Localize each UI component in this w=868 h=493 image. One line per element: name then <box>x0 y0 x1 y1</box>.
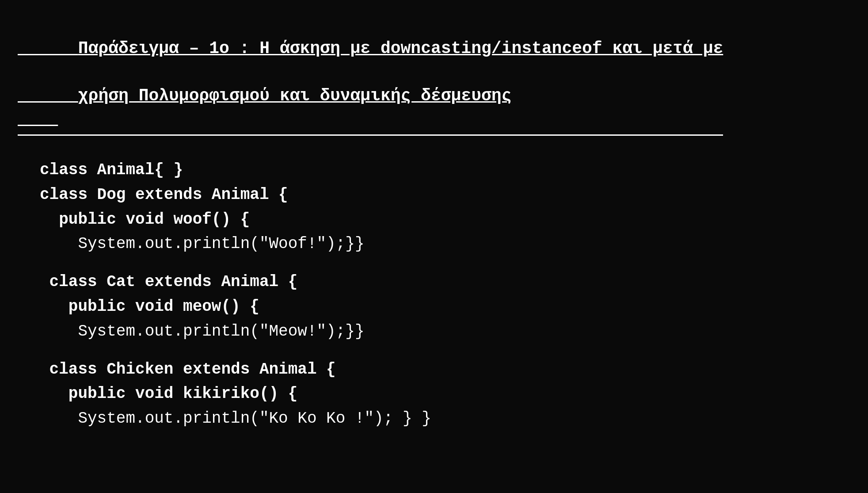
title-line1: Παράδειγμα – 1ο : Η άσκηση με downcastin… <box>78 39 723 58</box>
gap2 <box>40 344 850 357</box>
code-line-dog-class: class Dog extends Animal { <box>40 183 850 207</box>
code-line-kikiriko-body: System.out.println("Ko Ko Ko !"); } } <box>40 406 850 431</box>
code-line-kikiriko-sig: public void kikiriko() { <box>40 382 850 406</box>
code-line-cat-class: class Cat extends Animal { <box>40 270 850 294</box>
code-line-animal: class Animal{ } <box>40 158 850 183</box>
code-line-woof-sig: public void woof() { <box>40 207 850 232</box>
code-line-chicken-class: class Chicken extends Animal { <box>40 357 850 382</box>
page-title: Παράδειγμα – 1ο : Η άσκηση με downcastin… <box>18 13 723 131</box>
code-block: class Animal{ } class Dog extends Animal… <box>18 158 850 431</box>
page-container: Παράδειγμα – 1ο : Η άσκηση με downcastin… <box>0 0 868 493</box>
code-line-woof-body: System.out.println("Woof!");}} <box>40 232 850 256</box>
gap1 <box>40 256 850 270</box>
title-block: Παράδειγμα – 1ο : Η άσκηση με downcastin… <box>18 13 723 136</box>
code-line-meow-sig: public void meow() { <box>40 294 850 319</box>
title-line2: χρήση Πολυμορφισμού και δυναμικής δέσμευ… <box>78 86 512 105</box>
code-line-meow-body: System.out.println("Meow!");}} <box>40 319 850 344</box>
